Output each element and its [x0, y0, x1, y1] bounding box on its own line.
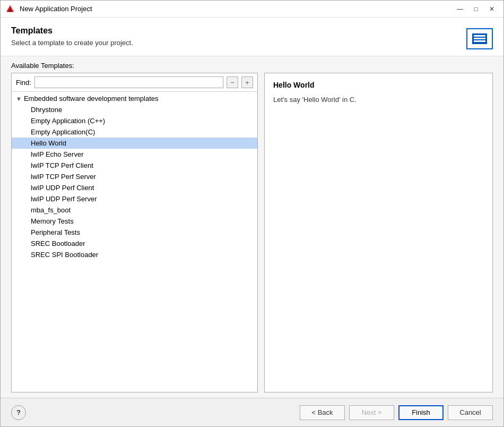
finish-button[interactable]: Finish	[398, 405, 444, 420]
template-icon	[466, 28, 493, 49]
collapse-button[interactable]: −	[227, 76, 238, 88]
tree-item-peripheral-tests[interactable]: Peripheral Tests	[12, 227, 257, 238]
tree-area: ▼ Embedded software development template…	[12, 92, 257, 392]
help-button[interactable]: ?	[11, 405, 26, 420]
detail-title: Hello World	[273, 81, 484, 89]
window-title: New Application Project	[20, 5, 453, 13]
next-button[interactable]: Next >	[349, 405, 394, 420]
main-window: New Application Project ― □ ✕ Templates …	[0, 0, 504, 427]
footer-buttons: < Back Next > Finish Cancel	[300, 405, 493, 420]
main-body: Available Templates: Find: − + ▼	[1, 56, 503, 398]
tree-item-mba-fs-boot[interactable]: mba_fs_boot	[12, 204, 257, 216]
cancel-button[interactable]: Cancel	[448, 405, 493, 420]
page-title: Templates	[11, 26, 133, 36]
tree-group-label: Embedded software development templates	[24, 95, 159, 103]
tree-group: ▼ Embedded software development template…	[12, 92, 257, 261]
minimize-button[interactable]: ―	[453, 3, 467, 15]
tree-item-hello-world[interactable]: Hello World	[12, 138, 257, 149]
tree-group-header[interactable]: ▼ Embedded software development template…	[12, 93, 257, 104]
tree-item-srec-bootloader[interactable]: SREC Bootloader	[12, 238, 257, 249]
app-icon	[5, 4, 15, 14]
tree-item-lwip-echo-server[interactable]: lwIP Echo Server	[12, 149, 257, 160]
back-button[interactable]: < Back	[300, 405, 345, 420]
header-section: Templates Select a template to create yo…	[1, 18, 503, 56]
find-input[interactable]	[34, 76, 223, 88]
expand-button[interactable]: +	[241, 76, 253, 88]
page-description: Select a template to create your project…	[11, 39, 133, 47]
tree-item-lwip-tcp-perf-client[interactable]: lwIP TCP Perf Client	[12, 160, 257, 171]
tree-items-container: DhrystoneEmpty Application (C++)Empty Ap…	[12, 104, 257, 260]
window-controls: ― □ ✕	[453, 3, 499, 15]
tree-item-empty-app-c[interactable]: Empty Application(C)	[12, 126, 257, 138]
tree-arrow-icon: ▼	[16, 96, 22, 102]
tree-item-lwip-udp-perf-server[interactable]: lwIP UDP Perf Server	[12, 193, 257, 204]
close-button[interactable]: ✕	[484, 3, 499, 15]
content-area: Templates Select a template to create yo…	[1, 18, 503, 398]
tree-item-memory-tests[interactable]: Memory Tests	[12, 216, 257, 227]
detail-description: Let's say 'Hello World' in C.	[273, 95, 484, 105]
header-text: Templates Select a template to create yo…	[11, 26, 133, 47]
tree-item-empty-app-cpp[interactable]: Empty Application (C++)	[12, 115, 257, 126]
maximize-button[interactable]: □	[468, 3, 483, 15]
footer: ? < Back Next > Finish Cancel	[1, 398, 503, 426]
template-tree-panel: Find: − + ▼ Embedded software developmen…	[11, 73, 258, 392]
panels-row: Find: − + ▼ Embedded software developmen…	[1, 73, 503, 398]
tree-item-lwip-tcp-perf-server[interactable]: lwIP TCP Perf Server	[12, 171, 257, 182]
tree-item-lwip-udp-perf-client[interactable]: lwIP UDP Perf Client	[12, 182, 257, 193]
tree-item-srec-spi-bootloader[interactable]: SREC SPI Bootloader	[12, 249, 257, 260]
detail-panel: Hello World Let's say 'Hello World' in C…	[264, 73, 493, 392]
available-templates-label: Available Templates:	[1, 56, 503, 73]
tree-item-dhrystone[interactable]: Dhrystone	[12, 104, 257, 115]
find-bar: Find: − +	[12, 73, 257, 92]
title-bar: New Application Project ― □ ✕	[1, 1, 503, 18]
find-label: Find:	[16, 79, 31, 87]
